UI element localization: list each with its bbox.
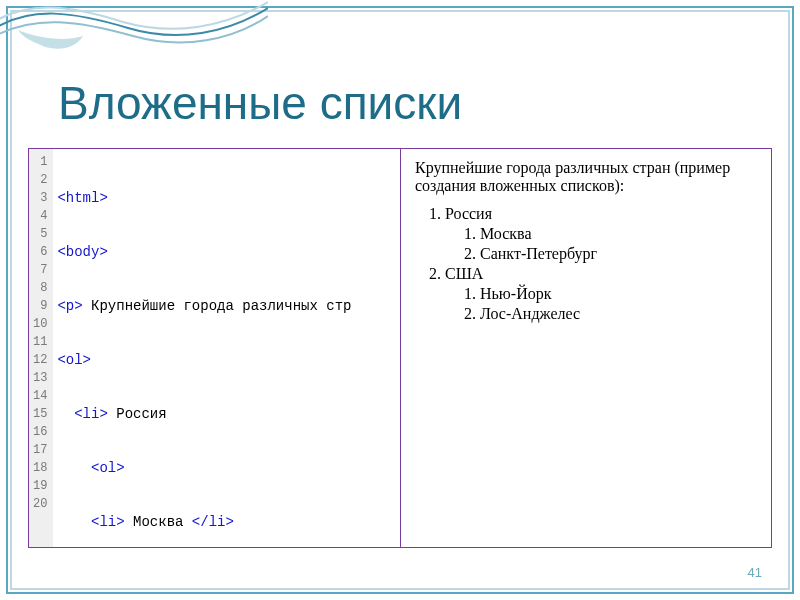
line-number: 5 (33, 225, 47, 243)
code-column: 1 2 3 4 5 6 7 8 9 10 11 12 13 14 15 16 1… (29, 149, 400, 547)
list-item: Нью-Йорк (480, 285, 757, 303)
code-line: <li> Москва </li> (57, 513, 351, 531)
code-line: <html> (57, 189, 351, 207)
inner-list: Москва Санкт-Петербург (445, 225, 757, 263)
line-number: 19 (33, 477, 47, 495)
inner-list: Нью-Йорк Лос-Анджелес (445, 285, 757, 323)
code-line: <ol> (57, 459, 351, 477)
code-line: <body> (57, 243, 351, 261)
line-number: 10 (33, 315, 47, 333)
line-number: 8 (33, 279, 47, 297)
list-item: Россия Москва Санкт-Петербург (445, 205, 757, 263)
line-number: 14 (33, 387, 47, 405)
line-number: 1 (33, 153, 47, 171)
line-number: 12 (33, 351, 47, 369)
page-number: 41 (748, 565, 762, 580)
line-gutter: 1 2 3 4 5 6 7 8 9 10 11 12 13 14 15 16 1… (29, 149, 53, 547)
code-body: <html> <body> <p> Крупнейшие города разл… (53, 149, 355, 547)
line-number: 6 (33, 243, 47, 261)
corner-ornament (0, 0, 268, 78)
country-label: США (445, 265, 483, 282)
line-number: 11 (33, 333, 47, 351)
outer-list: Россия Москва Санкт-Петербург США Нью-Йо… (415, 205, 757, 323)
content-panel: 1 2 3 4 5 6 7 8 9 10 11 12 13 14 15 16 1… (28, 148, 772, 548)
line-number: 2 (33, 171, 47, 189)
list-item: Лос-Анджелес (480, 305, 757, 323)
line-number: 7 (33, 261, 47, 279)
render-intro: Крупнейшие города различных стран (приме… (415, 159, 757, 195)
line-number: 13 (33, 369, 47, 387)
line-number: 3 (33, 189, 47, 207)
line-number: 9 (33, 297, 47, 315)
line-number: 16 (33, 423, 47, 441)
code-line: <ol> (57, 351, 351, 369)
slide-frame: Вложенные списки 1 2 3 4 5 6 7 8 9 10 11… (6, 6, 794, 594)
line-number: 15 (33, 405, 47, 423)
line-number: 20 (33, 495, 47, 513)
list-item: Санкт-Петербург (480, 245, 757, 263)
render-column: Крупнейшие города различных стран (приме… (400, 149, 771, 547)
slide-title: Вложенные списки (58, 76, 462, 130)
code-line: <p> Крупнейшие города различных стр (57, 297, 351, 315)
list-item: Москва (480, 225, 757, 243)
line-number: 18 (33, 459, 47, 477)
line-number: 4 (33, 207, 47, 225)
code-line: <li> Россия (57, 405, 351, 423)
line-number: 17 (33, 441, 47, 459)
country-label: Россия (445, 205, 492, 222)
list-item: США Нью-Йорк Лос-Анджелес (445, 265, 757, 323)
